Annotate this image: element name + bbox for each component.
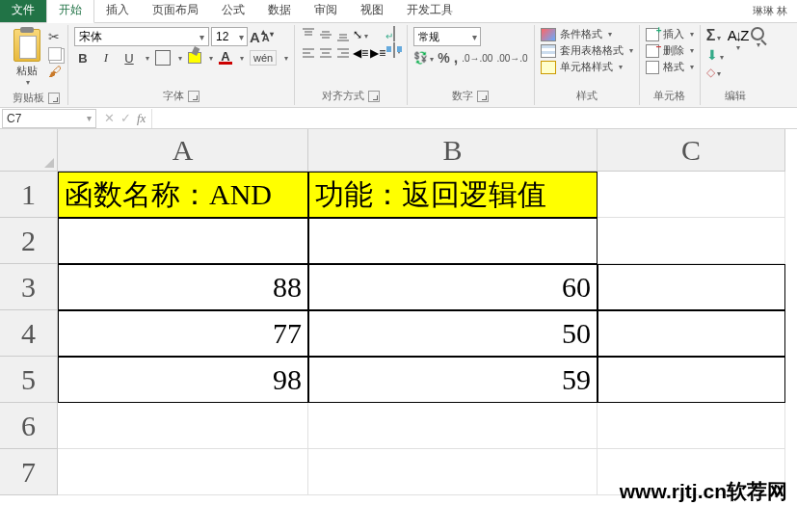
delete-cells-button[interactable]: 删除▾ (646, 43, 694, 58)
row-header-3[interactable]: 3 (0, 264, 58, 310)
decrease-decimal-button[interactable]: .00→.0 (496, 53, 527, 64)
tab-view[interactable]: 视图 (349, 0, 395, 22)
number-launcher[interactable] (477, 91, 489, 102)
row-header-1[interactable]: 1 (0, 172, 58, 218)
format-as-table-button[interactable]: 套用表格格式▾ (541, 43, 633, 58)
bold-button[interactable]: B (74, 49, 92, 66)
font-size-select[interactable]: 12 (211, 27, 248, 46)
increase-indent-button[interactable]: ▶≡ (370, 46, 385, 60)
cut-button[interactable]: ✂ (48, 29, 62, 44)
orientation-button[interactable]: ⤡▾ (353, 28, 368, 41)
user-name[interactable]: 琳琳 林 (743, 0, 797, 22)
cancel-formula-button[interactable]: ✕ (104, 111, 115, 125)
font-name-select[interactable]: 宋体 (74, 27, 209, 46)
group-label-font: 字体 (163, 89, 184, 103)
cell-a6[interactable] (58, 403, 308, 449)
font-color-button[interactable]: A (219, 51, 232, 65)
wrap-text-button[interactable] (393, 27, 401, 40)
comma-button[interactable]: , (454, 49, 458, 66)
cell-c5[interactable] (598, 357, 785, 403)
cell-c2[interactable] (598, 218, 785, 264)
tab-data[interactable]: 数据 (256, 0, 303, 22)
tab-formulas[interactable]: 公式 (210, 0, 256, 22)
percent-button[interactable]: % (438, 50, 449, 66)
conditional-format-button[interactable]: 条件格式▾ (541, 27, 633, 41)
row-header-2[interactable]: 2 (0, 218, 58, 264)
cell-b6[interactable] (308, 403, 598, 449)
formula-bar[interactable] (151, 109, 797, 128)
name-box[interactable]: C7 (2, 109, 96, 128)
cell-c1[interactable] (598, 172, 785, 218)
tab-insert[interactable]: 插入 (94, 0, 141, 22)
tab-developer[interactable]: 开发工具 (395, 0, 465, 22)
column-headers: A B C (58, 129, 785, 172)
format-cells-button[interactable]: 格式▾ (646, 60, 694, 74)
phonetic-button[interactable]: wén (250, 50, 277, 66)
cell-b7[interactable] (308, 449, 598, 495)
borders-button[interactable] (155, 50, 171, 66)
row-header-5[interactable]: 5 (0, 357, 58, 403)
fill-color-button[interactable] (188, 52, 201, 64)
cell-a5[interactable]: 98 (58, 357, 308, 403)
fill-button[interactable]: ⬇▾ (706, 47, 724, 63)
decrease-indent-button[interactable]: ◀≡ (353, 46, 368, 60)
tab-file[interactable]: 文件 (0, 0, 46, 22)
align-right-button[interactable] (335, 45, 351, 61)
italic-button[interactable]: I (97, 49, 115, 66)
row-header-6[interactable]: 6 (0, 403, 58, 449)
delete-icon (646, 44, 659, 58)
cell-a2[interactable] (58, 218, 308, 264)
clipboard-launcher[interactable] (48, 93, 60, 104)
font-launcher[interactable] (188, 91, 199, 102)
cell-c6[interactable] (598, 403, 785, 449)
merge-cells-button[interactable]: ▾ (393, 43, 401, 57)
increase-font-button[interactable]: A▴ (250, 29, 260, 45)
find-select-button[interactable]: ▾ (751, 27, 764, 87)
clear-button[interactable]: ◇▾ (706, 66, 724, 79)
insert-function-button[interactable]: fx (137, 111, 146, 126)
tab-review[interactable]: 审阅 (303, 0, 349, 22)
cell-c3[interactable] (598, 264, 785, 310)
enter-formula-button[interactable]: ✓ (120, 111, 131, 125)
align-left-button[interactable] (301, 45, 316, 61)
copy-button[interactable] (48, 47, 62, 61)
cell-c4[interactable] (598, 310, 785, 357)
increase-decimal-button[interactable]: .0→.00 (462, 53, 492, 64)
format-painter-button[interactable]: 🖌 (48, 64, 62, 79)
cell-a3[interactable]: 88 (58, 264, 308, 310)
select-all-corner[interactable] (0, 129, 58, 172)
row-header-4[interactable]: 4 (0, 310, 58, 357)
cell-b3[interactable]: 60 (308, 264, 598, 310)
tab-home[interactable]: 开始 (46, 0, 94, 23)
group-label-clipboard: 剪贴板 (13, 91, 44, 105)
insert-cells-button[interactable]: 插入▾ (646, 27, 694, 41)
col-header-b[interactable]: B (308, 129, 598, 172)
tab-page-layout[interactable]: 页面布局 (141, 0, 210, 22)
cell-a4[interactable]: 77 (58, 310, 308, 357)
group-styles: 条件格式▾ 套用表格格式▾ 单元格样式▾ 样式 (535, 25, 640, 105)
row-header-7[interactable]: 7 (0, 449, 58, 495)
group-label-styles: 样式 (576, 89, 598, 103)
align-top-button[interactable] (301, 27, 316, 42)
decrease-font-button[interactable]: A▾ (262, 30, 274, 43)
align-center-button[interactable] (318, 45, 333, 61)
number-format-select[interactable]: 常规 (413, 27, 481, 46)
accounting-format-button[interactable]: 💱▾ (413, 51, 434, 65)
cell-b1[interactable]: 功能：返回逻辑值 (308, 172, 598, 218)
autosum-button[interactable]: Σ▾ (706, 27, 724, 44)
cell-style-icon (541, 61, 556, 74)
cell-styles-button[interactable]: 单元格样式▾ (541, 60, 633, 74)
underline-button[interactable]: U (120, 49, 138, 66)
cell-a7[interactable] (58, 449, 308, 495)
cell-a1[interactable]: 函数名称：AND (58, 172, 308, 218)
cell-b4[interactable]: 50 (308, 310, 598, 357)
cell-b5[interactable]: 59 (308, 357, 598, 403)
paste-button[interactable]: 粘贴 ▾ (10, 27, 44, 89)
align-bottom-button[interactable] (335, 27, 351, 42)
sort-filter-button[interactable]: A↓Z ▾ (728, 27, 748, 87)
alignment-launcher[interactable] (368, 91, 380, 102)
align-middle-button[interactable] (318, 27, 333, 42)
col-header-c[interactable]: C (598, 129, 785, 172)
col-header-a[interactable]: A (58, 129, 308, 172)
cell-b2[interactable] (308, 218, 598, 264)
